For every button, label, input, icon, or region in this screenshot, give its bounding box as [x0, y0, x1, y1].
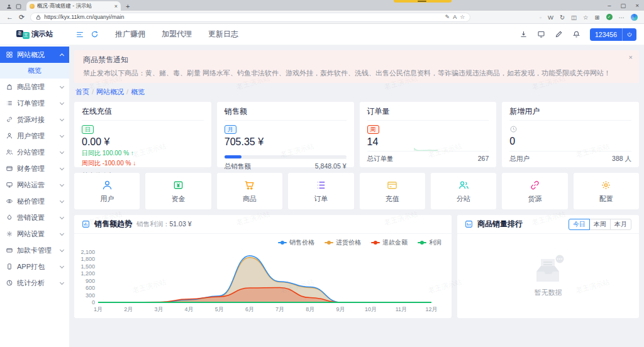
shortcut-config[interactable]: 配置 — [574, 173, 639, 209]
empty-state: 暂无数据 — [457, 234, 639, 317]
sidebar-item-supply[interactable]: 货源对接 — [0, 111, 69, 128]
read-aloud-icon[interactable]: A — [453, 14, 457, 20]
window-close-button[interactable]: × — [635, 2, 639, 9]
edit-icon[interactable] — [555, 30, 563, 38]
legend-profit[interactable]: 利润 — [418, 238, 441, 247]
sidebar-item-products[interactable]: 商品管理 — [0, 79, 69, 95]
shortcut-orders[interactable]: 订单 — [288, 173, 353, 209]
settings-more-icon[interactable]: ⋯ — [619, 14, 625, 21]
svg-text:600: 600 — [86, 285, 95, 291]
workbench-icon[interactable] — [537, 30, 545, 38]
bar-chart-icon — [82, 220, 90, 228]
split-screen-icon[interactable]: ◫ — [571, 14, 577, 21]
chevron-up-icon — [60, 53, 64, 58]
url-text[interactable]: https://kyx.11km.cn/quanyi/main — [44, 14, 441, 20]
notification-bell-icon[interactable] — [572, 30, 580, 38]
download-icon[interactable] — [519, 30, 528, 38]
menu-changelog[interactable]: 更新日志 — [208, 29, 238, 40]
tab-close-icon[interactable]: × — [114, 3, 118, 9]
sidebar-item-substations[interactable]: 分站管理 — [0, 144, 69, 160]
sidebar-item-secret-price[interactable]: 秘价管理 — [0, 193, 69, 209]
favorites-icon[interactable]: ☆ — [583, 14, 589, 21]
sidebar-item-overview[interactable]: 网站概况 — [0, 47, 69, 63]
favorite-star-icon[interactable]: ☆ — [460, 14, 465, 20]
shortcut-products[interactable]: 商品 — [217, 173, 282, 209]
day-compare: 日同比 100.00 % ↑ — [82, 149, 204, 158]
history-icon[interactable]: ↻ — [560, 14, 565, 21]
extensions-icon[interactable]: ⊞ — [595, 14, 600, 21]
shortcut-users[interactable]: 用户 — [74, 173, 140, 209]
tab-today[interactable]: 今日 — [569, 219, 590, 230]
sidebar-item-recharge-cards[interactable]: 加款卡管理 — [0, 242, 69, 258]
edit-url-icon[interactable]: ✎ — [445, 14, 450, 20]
ranking-chart-icon — [465, 220, 473, 228]
reload-page-icon[interactable] — [91, 30, 99, 38]
breadcrumb: 首页/网站概况/概览 — [75, 87, 638, 97]
account-id: 123456 — [590, 31, 622, 38]
sidebar-item-app-package[interactable]: APP打包 — [0, 258, 69, 275]
svg-text:7月: 7月 — [275, 306, 284, 312]
logo[interactable]: 老王 演示站 — [0, 30, 69, 39]
chevron-down-icon — [60, 263, 64, 268]
adblock-extension-icon[interactable]: ✓ — [606, 14, 613, 20]
new-tab-button[interactable]: + — [126, 3, 130, 10]
legend-purchase-price[interactable]: 进货价格 — [325, 238, 361, 247]
tab-this-month[interactable]: 本月 — [610, 219, 631, 230]
sidebar-item-operation[interactable]: 网站运营 — [0, 177, 69, 193]
back-icon[interactable]: ← — [6, 13, 13, 21]
sidebar-item-orders[interactable]: 订单管理 — [0, 95, 69, 111]
bag-icon — [6, 83, 13, 91]
notice-banner: 商品禁售通知 禁止发布以下商品：黄、赌、毒、刷量 网络水军、钓鱼非法软件、游戏外… — [74, 50, 639, 83]
svg-text:11月: 11月 — [396, 306, 407, 312]
address-bar: ← ⟳ https://kyx.11km.cn/quanyi/main ✎ A … — [0, 11, 644, 24]
tab-this-week[interactable]: 本周 — [589, 219, 611, 230]
profile-icon[interactable] — [6, 4, 12, 9]
stat-badge-0: 日 — [82, 125, 94, 134]
wikipedia-extension-icon[interactable]: W — [548, 14, 553, 21]
eye-icon — [6, 197, 13, 205]
screen-share-indicator[interactable] — [394, 0, 452, 3]
legend-sale-price[interactable]: 销售价格 — [278, 238, 314, 247]
svg-text:0: 0 — [92, 299, 95, 306]
sidebar-subitem-overview[interactable]: 概览 — [0, 63, 69, 79]
shortcut-icon-1 — [172, 179, 184, 191]
sidebar-item-marketing[interactable]: 营销设置 — [0, 209, 69, 226]
copilot-icon[interactable] — [631, 14, 638, 21]
sidebar-item-statistics[interactable]: 统计分析 — [0, 275, 69, 291]
shortcut-substations[interactable]: 分站 — [431, 173, 496, 209]
users-icon — [6, 148, 13, 156]
notice-close-icon[interactable]: × — [629, 53, 633, 61]
breadcrumb-home[interactable]: 首页 — [75, 88, 89, 96]
menu-agency[interactable]: 加盟代理 — [162, 29, 192, 40]
legend-refund[interactable]: 退款金额 — [371, 238, 408, 247]
collections-icon[interactable]: ◦ — [540, 14, 541, 21]
flame-icon — [6, 214, 13, 221]
shortcut-funds[interactable]: 资金 — [145, 173, 211, 209]
empty-text: 暂无数据 — [535, 288, 562, 297]
top-menu: 推广赚佣 加盟代理 更新日志 — [115, 29, 238, 40]
sidebar-item-site-settings[interactable]: 网站设置 — [0, 226, 69, 242]
sidebar-item-finance[interactable]: 财务管理 — [0, 160, 69, 177]
shortcut-supply[interactable]: 货源 — [502, 173, 567, 209]
window-minimize-button[interactable]: – — [608, 2, 611, 9]
shortcut-recharge[interactable]: 充值 — [360, 173, 425, 209]
svg-text:1月: 1月 — [94, 306, 103, 312]
svg-text:900: 900 — [86, 278, 95, 284]
site-favicon — [30, 4, 35, 9]
menu-promotion[interactable]: 推广赚佣 — [115, 29, 145, 40]
svg-text:300: 300 — [86, 292, 95, 299]
lock-icon[interactable] — [36, 14, 41, 20]
stat-badge-1: 月 — [225, 125, 236, 134]
collapse-menu-icon[interactable] — [75, 30, 84, 39]
new-users-value: 0 — [509, 136, 631, 147]
browser-tab[interactable]: 概况·商城搭建 - 演示站 × — [26, 1, 121, 11]
sidebar-item-users[interactable]: 用户管理 — [0, 128, 69, 144]
window-maximize-button[interactable]: ▢ — [620, 2, 626, 9]
workspaces-icon[interactable] — [16, 4, 21, 9]
breadcrumb-section[interactable]: 网站概况 — [96, 88, 124, 96]
notice-body: 禁止发布以下商品：黄、赌、毒、刷量 网络水军、钓鱼非法软件、游戏外挂，轰炸软件、… — [83, 69, 630, 78]
logout-icon[interactable] — [622, 28, 636, 41]
account-button[interactable]: 123456 — [590, 28, 636, 41]
refresh-icon[interactable]: ⟳ — [19, 13, 25, 21]
url-input[interactable]: https://kyx.11km.cn/quanyi/main ✎ A ☆ — [30, 13, 470, 22]
